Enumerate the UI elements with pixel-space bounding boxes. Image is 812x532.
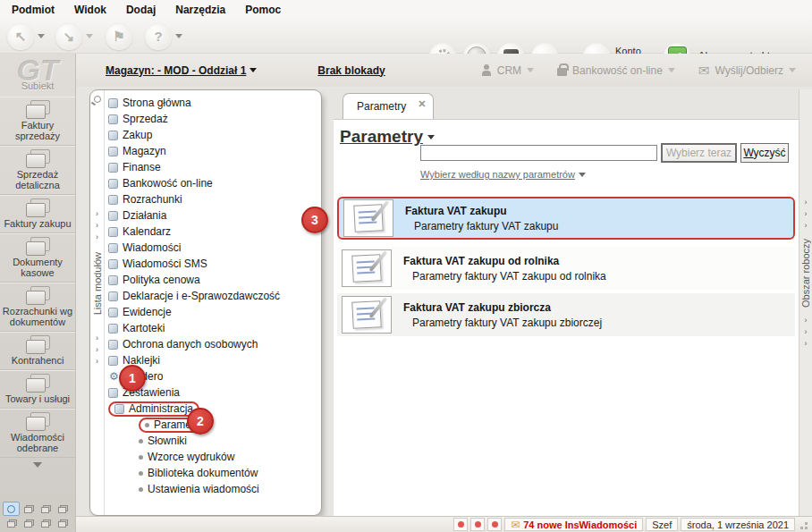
close-icon[interactable]: ✕ [418, 98, 426, 110]
crm-button[interactable]: CRM [481, 64, 534, 77]
current-date: środa, 1 września 2021 [681, 518, 795, 531]
tree-item-magazyn[interactable]: Magazyn [106, 143, 321, 159]
mini-module[interactable] [3, 516, 20, 530]
tree-item-ustawienia-wiadomosci[interactable]: Ustawienia wiadomości [106, 481, 321, 497]
magazyn-selector[interactable]: Magazyn: - MOD - Oddział 1 [106, 64, 257, 77]
sidebar-item-kontrahenci[interactable]: Kontrahenci [0, 332, 75, 370]
purchase-invoices-icon [25, 198, 50, 216]
tree-item-parametry[interactable]: Parametry [106, 417, 321, 433]
tree-item-polityka-cenowa[interactable]: Polityka cenowa [106, 272, 321, 288]
mini-module[interactable] [37, 502, 54, 516]
chevron-right-icon[interactable]: › [96, 344, 98, 356]
magnifier-icon[interactable] [94, 96, 101, 103]
lock-status-link[interactable]: Brak blokady [317, 64, 385, 77]
select-now-button[interactable]: Wybierz teraz [661, 143, 737, 163]
tree-item-dzialania[interactable]: Działania [106, 207, 321, 224]
clear-button[interactable]: Wyczyść [740, 143, 789, 163]
filter-by-name-link[interactable]: Wybierz według nazwy parametrów [420, 169, 586, 180]
finance-icon [108, 163, 118, 173]
goods-services-icon [25, 374, 50, 392]
mini-module[interactable] [20, 502, 37, 516]
main-panel: Parametry Wybierz teraz Wyczyść Wybierz … [334, 119, 799, 516]
tree-item-ewidencje[interactable]: Ewidencje [106, 304, 321, 320]
records-icon [108, 308, 118, 317]
sidebar-item-towary[interactable]: Towary i usługi [0, 370, 75, 409]
tree-item-kartoteki[interactable]: Kartoteki [106, 320, 321, 336]
menu-bar: Podmiot Widok Dodaj Narzędzia Pomoc [0, 0, 812, 20]
workspace-strip[interactable]: › › › Obszar roboczy › › › [799, 89, 812, 516]
send-receive-button[interactable]: ✉ Wyślij/Odbierz [698, 63, 796, 79]
tree-item-zakup[interactable]: Zakup [106, 127, 321, 143]
circle-icon [7, 505, 15, 513]
messages-counter[interactable]: ✉ 74 nowe InsWiadomości [504, 518, 643, 531]
tree-item-administracja[interactable]: Administracja [106, 401, 321, 417]
tree-item-sprzedaz[interactable]: Sprzedaż [106, 111, 321, 127]
module-sidebar: GT Subiekt Faktury sprzedaży Sprzedaż de… [0, 54, 76, 532]
page-title[interactable]: Parametry [340, 127, 435, 147]
menu-podmiot[interactable]: Podmiot [2, 4, 64, 16]
inbox-messages-icon [25, 412, 50, 430]
back-arrow-icon[interactable]: ↖ [7, 23, 34, 50]
banking-button[interactable]: Bankowość on-line [557, 64, 675, 77]
tree-item-kalendarz[interactable]: Kalendarz [106, 224, 321, 240]
chevron-right-icon[interactable]: › [96, 232, 98, 243]
menu-dodaj[interactable]: Dodaj [116, 4, 165, 16]
tree-item-deklaracje[interactable]: Deklaracje i e-Sprawozdawczość [106, 288, 321, 304]
tree-item-rozrachunki[interactable]: Rozrachunki [106, 191, 321, 207]
tree-item-slowniki[interactable]: Słowniki [106, 433, 321, 449]
magazyn-dropdown-icon [250, 68, 257, 72]
stack-icon [58, 505, 67, 512]
menu-narzedzia[interactable]: Narzędzia [165, 4, 235, 16]
sidebar-item-faktury-zakupu[interactable]: Faktury zakupu [0, 195, 75, 233]
sidebar-item-rozrachunki[interactable]: Rozrachunki wg dokumentów [0, 283, 75, 332]
help-icon[interactable]: ? [145, 23, 172, 50]
chevron-right-icon: › [805, 220, 808, 232]
module-mini-grid [3, 502, 72, 530]
back-dropdown-icon[interactable] [38, 34, 45, 38]
mini-module[interactable] [37, 516, 54, 530]
tree-item-wzorce-wydrukow[interactable]: Wzorce wydruków [106, 449, 321, 465]
mini-module[interactable] [54, 502, 71, 516]
context-bar: Magazyn: - MOD - Oddział 1 Brak blokady … [76, 54, 812, 87]
sidebar-item-wiadomosci[interactable]: Wiadomości odebrane [0, 409, 75, 458]
sidebar-more-icon[interactable] [33, 462, 42, 468]
tree-item-biblioteka[interactable]: Biblioteka dokumentów [106, 465, 321, 481]
tree-item-ochrona-danych[interactable]: Ochrona danych osobowych [106, 336, 321, 352]
forward-arrow-icon[interactable]: ↘ [55, 23, 82, 50]
sidebar-item-dokumenty-kasowe[interactable]: Dokumenty kasowe [0, 233, 75, 283]
chevron-right-icon[interactable]: › [96, 220, 98, 232]
sidebar-item-faktury-sprzedazy[interactable]: Faktury sprzedaży [0, 97, 75, 146]
mini-module-selected[interactable] [3, 502, 20, 516]
status-indicator [470, 518, 485, 531]
red-dot-icon [458, 521, 464, 528]
tab-parametry[interactable]: Parametry ✕ [343, 93, 434, 119]
flag-icon[interactable]: ⚑ [106, 23, 132, 50]
chevron-right-icon[interactable]: › [96, 208, 98, 220]
help-dropdown-icon[interactable] [175, 34, 182, 38]
pricing-icon [108, 275, 118, 285]
sidebar-item-sprzedaz-detaliczna[interactable]: Sprzedaż detaliczna [0, 146, 75, 195]
chevron-right-icon: › [805, 326, 808, 338]
banking-icon [108, 179, 118, 189]
mini-module[interactable] [20, 516, 37, 530]
tree-item-bankowosc[interactable]: Bankowość on-line [106, 175, 321, 191]
forward-dropdown-icon[interactable] [86, 34, 93, 38]
mini-module[interactable] [54, 516, 71, 530]
lock-icon [557, 68, 567, 76]
resize-grip[interactable] [798, 519, 808, 530]
list-item-faktura-od-rolnika[interactable]: Faktura VAT zakupu od rolnika Parametry … [337, 247, 795, 290]
tree-item-strona-glowna[interactable]: Strona główna [106, 95, 321, 111]
tree-item-wiadomosci[interactable]: Wiadomości [106, 240, 321, 256]
parameter-search-input[interactable] [420, 145, 657, 161]
workspace-strip-label: Obszar roboczy [800, 239, 811, 308]
crm-dropdown-icon [527, 68, 534, 72]
list-item-faktura-vat-zakupu[interactable]: Faktura VAT zakupu Parametry faktury VAT… [337, 197, 795, 240]
chevron-right-icon[interactable]: › [96, 356, 98, 367]
list-item-faktura-zbiorcza[interactable]: Faktura VAT zakupu zbiorcza Parametry fa… [337, 293, 795, 336]
tree-item-wiadomosci-sms[interactable]: Wiadomości SMS [106, 256, 321, 272]
menu-widok[interactable]: Widok [64, 4, 116, 16]
chevron-right-icon[interactable]: › [96, 333, 98, 344]
warehouse-icon [108, 147, 118, 156]
tree-item-finanse[interactable]: Finanse [106, 159, 321, 175]
menu-pomoc[interactable]: Pomoc [235, 4, 291, 16]
